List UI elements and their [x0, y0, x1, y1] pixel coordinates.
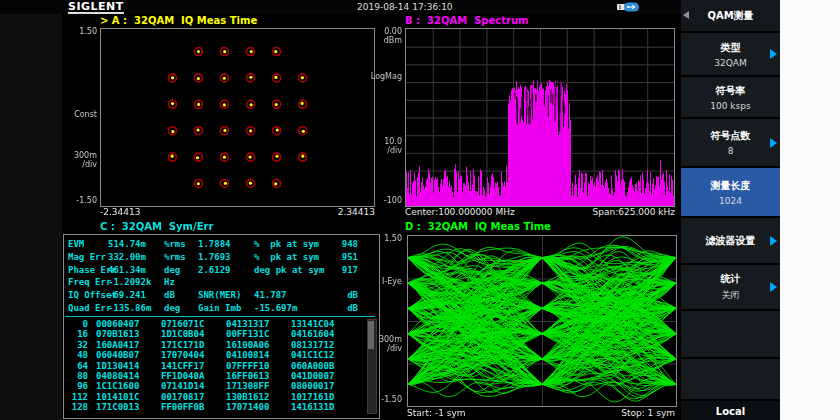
symbol-hex-cell: 171C171D [161, 340, 218, 350]
result-cell: IQ Offset [68, 289, 108, 302]
symbol-row: 32160A0417171C171D16100A0608131712 [68, 340, 348, 350]
result-cell: 461.34m [108, 264, 164, 277]
a-trace-format-label: Const [57, 110, 97, 119]
b-scale-unit-label: /div [362, 146, 402, 155]
a-ymax-label: 1.50 [57, 27, 97, 36]
chevron-right-icon [770, 49, 777, 59]
softkey-value: 100 ksps [710, 101, 750, 111]
symbol-hex-cell: 041C1C12 [291, 350, 348, 360]
symbol-index: 128 [68, 402, 88, 412]
softkey-empty-7 [681, 357, 780, 399]
result-cell: 1.7693 [198, 251, 254, 264]
result-row: Quad Err-135.86mdegGain Imb-15.697mdB [68, 302, 360, 315]
b-ref-unit-label: dBm [362, 36, 402, 45]
symbol-row: 961C1C160007141D14171308FF08000017 [68, 381, 348, 391]
symbol-index: 16 [68, 329, 88, 339]
b-center-freq-label: Center:100.000000 MHz [405, 207, 515, 217]
symbol-hex-cell: 130B1612 [226, 392, 283, 402]
result-cell [198, 276, 254, 289]
softkey-menu: QAM测量 类型32QAM符号率100 ksps符号点数8测量长度1024滤波器… [681, 0, 780, 420]
softkey-label: 测量长度 [711, 179, 751, 193]
result-cell: Phase Err [68, 264, 108, 277]
chevron-right-icon [770, 138, 777, 148]
symbol-hex-cell: 00FF131C [226, 329, 283, 339]
constellation-canvas [101, 29, 374, 206]
chevron-right-icon [770, 282, 777, 292]
result-cell: 332.00m [108, 251, 164, 264]
result-cell: %rms [164, 251, 198, 264]
symbol-hex-cell: 1D1C0B04 [161, 329, 218, 339]
result-cell: %rms [164, 238, 198, 251]
left-margin [0, 14, 62, 420]
result-cell: deg [164, 302, 198, 315]
symbol-row: 4806040B071707040404100814041C1C12 [68, 350, 348, 360]
b-ref-label: 0.00 [362, 27, 402, 36]
softkey-类型[interactable]: 类型32QAM [681, 31, 780, 75]
b-scale-label: 10.0 [362, 137, 402, 146]
symbol-row: 641D130414141CFF1707FFFF10060A000B [68, 361, 348, 371]
quadrant-c-header: C : 32QAM Sym/Err [100, 221, 213, 232]
symbol-hex-cell: 171308FF [226, 381, 283, 391]
result-cell: -69.241 [108, 289, 164, 302]
softkey-滤波器设置[interactable]: 滤波器设置 [681, 216, 780, 263]
result-cell: deg pk at sym [254, 264, 340, 277]
result-cell: 951 [340, 251, 360, 264]
softkey-测量长度[interactable]: 测量长度1024 [681, 166, 780, 216]
siglent-qam-analyzer-screen: SIGLENT 2019-08-14 17:36:10 > A : 32QAM … [0, 0, 840, 420]
d-start-label: Start: -1 sym [407, 408, 466, 418]
softkey-符号率[interactable]: 符号率100 ksps [681, 75, 780, 117]
chevron-right-icon [770, 236, 777, 246]
symbol-row: 8004080414FF1D040A16FF0613041D0007 [68, 371, 348, 381]
symbol-hex-cell: 07FFFF10 [226, 361, 283, 371]
softkey-符号点数[interactable]: 符号点数8 [681, 117, 780, 166]
symbol-hex-cell: 1D130414 [96, 361, 153, 371]
softkey-统计[interactable]: 统计关闭 [681, 263, 780, 309]
result-cell: 41.787 [254, 289, 340, 302]
result-cell: -135.86m [108, 302, 164, 315]
symbol-hex-cell: 16FF0613 [226, 371, 283, 381]
eye-diagram-canvas [408, 236, 676, 406]
symbol-hex-cell: 08000017 [291, 381, 348, 391]
symbol-index: 64 [68, 361, 88, 371]
datetime-label: 2019-08-14 17:36:10 [357, 2, 453, 12]
result-cell: EVM [68, 238, 108, 251]
symbol-hex-cell: 1C1C1600 [96, 381, 153, 391]
result-cell: 514.74m [108, 238, 164, 251]
instrument-display: SIGLENT 2019-08-14 17:36:10 > A : 32QAM … [0, 0, 780, 420]
softkey-empty-6 [681, 309, 780, 357]
softkey-label: 滤波器设置 [706, 234, 756, 248]
symbol-hex-cell: 1017161D [291, 392, 348, 402]
symbol-hex-cell: 00170817 [161, 392, 218, 402]
result-cell: Mag Err [68, 251, 108, 264]
quadrant-a-header: > A : 32QAM IQ Meas Time [100, 15, 257, 26]
softkey-value: 8 [728, 146, 734, 156]
b-span-label: Span:625.000 kHz [545, 207, 675, 217]
a-xmin-label: -2.34413 [100, 207, 140, 217]
symbol-hex-cell: 04161604 [291, 329, 348, 339]
softkey-label: 统计 [721, 272, 741, 286]
symbol-hex-cell: 04100814 [226, 350, 283, 360]
symbol-row: 16070B16131D1C0B0400FF131C04161604 [68, 329, 348, 339]
result-row: Mag Err332.00m%rms1.7693% pk at sym951 [68, 251, 360, 264]
top-status-bar: SIGLENT 2019-08-14 17:36:10 [0, 0, 780, 14]
result-cell: % pk at sym [254, 238, 340, 251]
local-button[interactable]: Local [681, 399, 780, 420]
chevron-left-icon[interactable] [683, 11, 689, 19]
symbol-index: 0 [68, 319, 88, 329]
result-cell: 948 [340, 238, 360, 251]
result-cell: deg [164, 264, 198, 277]
result-cell: dB [340, 289, 360, 302]
result-cell [254, 276, 340, 289]
d-stop-label: Stop: 1 sym [575, 408, 675, 418]
softkey-label: 符号点数 [711, 129, 751, 143]
a-xmax-label: 2.34413 [275, 207, 375, 217]
b-ymin-label: -100 [362, 196, 402, 205]
symbol-hex-cell: FF1D040A [161, 371, 218, 381]
symbol-hex-cell: 0716071C [161, 319, 218, 329]
symbol-row: 128171C0013FF00FF0B170714001416131D [68, 402, 348, 412]
symbol-hex-cell: 141CFF17 [161, 361, 218, 371]
result-row: Phase Err461.34mdeg2.6129deg pk at sym91… [68, 264, 360, 277]
softkey-value: 1024 [719, 196, 742, 206]
table-separator [65, 316, 375, 317]
symbol-hex-cell: 160A0417 [96, 340, 153, 350]
